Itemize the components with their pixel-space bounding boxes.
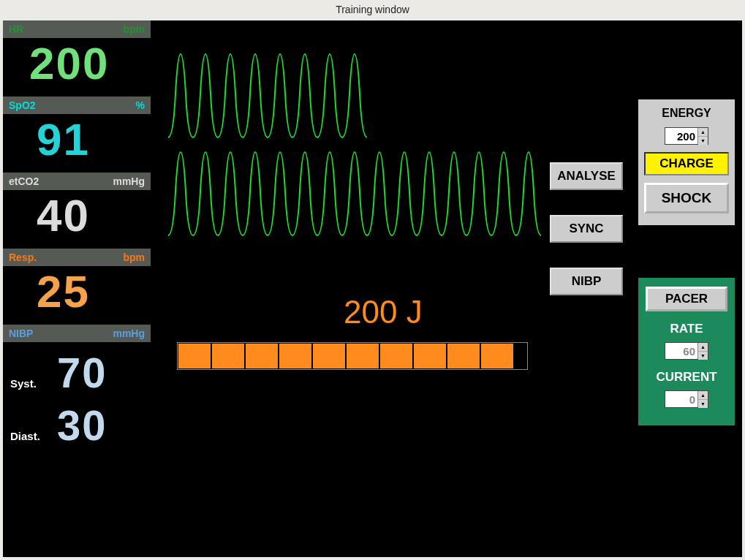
rate-down-icon[interactable]: ▼ — [698, 352, 708, 360]
current-spinner[interactable]: ▲ ▼ — [665, 390, 708, 408]
spo2-value: 91 — [3, 114, 151, 173]
charge-segment — [178, 344, 211, 368]
resp-value: 25 — [3, 266, 151, 325]
charge-segment — [246, 344, 278, 368]
etco2-unit: mmHg — [113, 175, 145, 187]
energy-down-icon[interactable]: ▼ — [698, 137, 708, 145]
energy-input[interactable] — [665, 128, 697, 144]
charge-segment — [313, 344, 345, 368]
energy-spinner[interactable]: ▲ ▼ — [665, 127, 708, 145]
nibp-label: NIBP — [9, 328, 33, 339]
vital-nibp: NIBP mmHg Syst. 70 Diast. 30 — [3, 325, 151, 453]
rate-up-icon[interactable]: ▲ — [698, 343, 708, 352]
vitals-column: HR bpm 200 SpO2 % 91 etCO2 mmHg 40 Resp.… — [3, 20, 151, 557]
vital-resp: Resp. bpm 25 — [3, 249, 151, 325]
defib-panel: ENERGY ▲ ▼ CHARGE SHOCK — [638, 99, 735, 225]
spo2-unit: % — [136, 99, 145, 111]
charge-segment — [279, 344, 311, 368]
pacer-button[interactable]: PACER — [646, 287, 727, 311]
nibp-syst-value: 70 — [57, 348, 107, 397]
nibp-button[interactable]: NIBP — [550, 268, 623, 295]
charge-segment — [414, 344, 446, 368]
hr-value: 200 — [3, 38, 151, 97]
charge-button[interactable]: CHARGE — [644, 152, 729, 175]
hr-unit: bpm — [123, 23, 145, 35]
charge-segment — [347, 344, 379, 368]
ecg-waveform-top — [168, 50, 387, 145]
etco2-value: 40 — [3, 190, 151, 249]
energy-label: ENERGY — [662, 107, 711, 120]
rate-spinner[interactable]: ▲ ▼ — [665, 342, 708, 360]
charge-segment — [380, 344, 412, 368]
analyse-button[interactable]: ANALYSE — [550, 162, 623, 190]
nibp-unit: mmHg — [113, 328, 145, 339]
nibp-syst-label: Syst. — [10, 377, 47, 390]
energy-up-icon[interactable]: ▲ — [698, 128, 708, 137]
vital-hr: HR bpm 200 — [3, 20, 151, 97]
current-up-icon[interactable]: ▲ — [698, 391, 708, 400]
shock-button[interactable]: SHOCK — [644, 183, 729, 213]
current-label: CURRENT — [656, 370, 716, 385]
mid-button-column: ANALYSE SYNC NIBP — [550, 162, 623, 295]
charge-segment — [212, 344, 244, 368]
etco2-label: etCO2 — [9, 175, 39, 187]
window-title: Training window — [0, 0, 745, 19]
current-input[interactable] — [665, 391, 697, 407]
hr-label: HR — [9, 23, 23, 35]
rate-input[interactable] — [665, 343, 697, 359]
spo2-label: SpO2 — [9, 99, 36, 111]
vital-etco2: etCO2 mmHg 40 — [3, 173, 151, 249]
charge-segment — [447, 344, 480, 368]
sync-button[interactable]: SYNC — [550, 215, 623, 243]
monitor-screen: HR bpm 200 SpO2 % 91 etCO2 mmHg 40 Resp.… — [3, 20, 742, 557]
ecg-waveform-bottom — [168, 148, 548, 243]
charge-segment — [481, 344, 513, 368]
nibp-diast-label: Diast. — [10, 430, 47, 442]
pacer-panel: PACER RATE ▲ ▼ CURRENT ▲ ▼ — [638, 278, 735, 425]
energy-readout: 200 J — [344, 294, 423, 330]
nibp-diast-value: 30 — [57, 401, 107, 450]
vital-spo2: SpO2 % 91 — [3, 97, 151, 173]
charge-bar — [177, 342, 528, 370]
current-down-icon[interactable]: ▼ — [698, 400, 708, 408]
rate-label: RATE — [670, 322, 703, 336]
resp-label: Resp. — [9, 251, 37, 263]
resp-unit: bpm — [123, 251, 145, 263]
